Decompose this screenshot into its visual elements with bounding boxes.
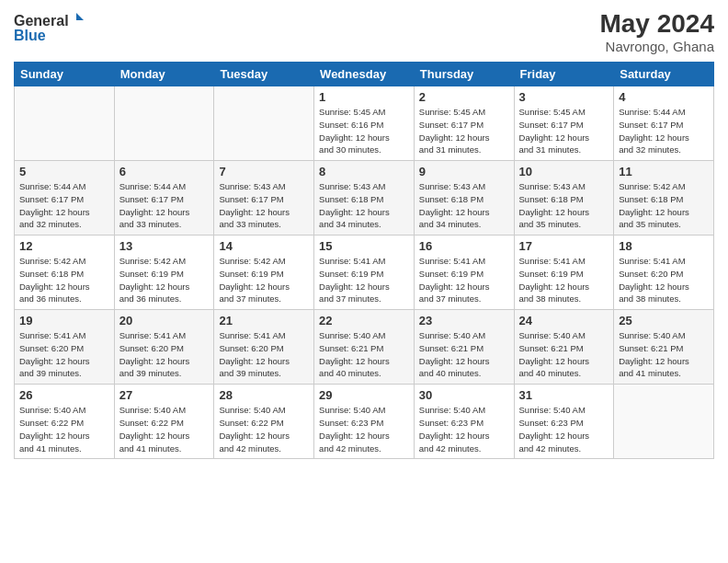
calendar-cell: 25Sunrise: 5:40 AM Sunset: 6:21 PM Dayli…	[614, 310, 714, 385]
calendar-cell: 1Sunrise: 5:45 AM Sunset: 6:16 PM Daylig…	[314, 86, 415, 161]
cell-info: Sunrise: 5:44 AM Sunset: 6:17 PM Dayligh…	[119, 180, 210, 231]
cell-info: Sunrise: 5:40 AM Sunset: 6:21 PM Dayligh…	[419, 329, 509, 380]
calendar-cell: 20Sunrise: 5:41 AM Sunset: 6:20 PM Dayli…	[114, 310, 214, 385]
calendar-cell: 27Sunrise: 5:40 AM Sunset: 6:22 PM Dayli…	[114, 385, 214, 459]
calendar-week-4: 26Sunrise: 5:40 AM Sunset: 6:22 PM Dayli…	[15, 385, 714, 459]
cell-info: Sunrise: 5:40 AM Sunset: 6:23 PM Dayligh…	[319, 404, 409, 454]
cell-info: Sunrise: 5:40 AM Sunset: 6:22 PM Dayligh…	[19, 404, 109, 454]
svg-text:Blue: Blue	[14, 28, 46, 43]
calendar-cell: 9Sunrise: 5:43 AM Sunset: 6:18 PM Daylig…	[414, 161, 514, 236]
calendar-cell	[614, 385, 714, 459]
calendar-cell: 26Sunrise: 5:40 AM Sunset: 6:22 PM Dayli…	[15, 385, 115, 459]
cell-info: Sunrise: 5:41 AM Sunset: 6:19 PM Dayligh…	[519, 255, 609, 305]
day-number: 7	[219, 165, 309, 178]
calendar-cell: 24Sunrise: 5:40 AM Sunset: 6:21 PM Dayli…	[514, 310, 614, 385]
day-number: 12	[19, 239, 109, 253]
day-number: 4	[619, 90, 709, 104]
calendar-cell: 7Sunrise: 5:43 AM Sunset: 6:17 PM Daylig…	[214, 161, 314, 236]
header-friday: Friday	[514, 63, 614, 86]
calendar-cell: 3Sunrise: 5:45 AM Sunset: 6:17 PM Daylig…	[514, 86, 614, 161]
day-number: 2	[419, 90, 509, 104]
calendar-cell	[15, 86, 115, 161]
calendar-cell: 5Sunrise: 5:44 AM Sunset: 6:17 PM Daylig…	[15, 161, 115, 236]
cell-info: Sunrise: 5:42 AM Sunset: 6:19 PM Dayligh…	[219, 255, 309, 305]
header-thursday: Thursday	[414, 63, 514, 86]
cell-info: Sunrise: 5:41 AM Sunset: 6:20 PM Dayligh…	[219, 329, 309, 380]
header-monday: Monday	[114, 63, 214, 86]
calendar-cell: 28Sunrise: 5:40 AM Sunset: 6:22 PM Dayli…	[214, 385, 314, 459]
day-number: 13	[119, 239, 210, 253]
header-wednesday: Wednesday	[314, 63, 415, 86]
cell-info: Sunrise: 5:41 AM Sunset: 6:19 PM Dayligh…	[319, 255, 409, 305]
header-sunday: Sunday	[15, 63, 115, 86]
cell-info: Sunrise: 5:41 AM Sunset: 6:20 PM Dayligh…	[119, 329, 210, 380]
day-number: 15	[319, 239, 409, 253]
calendar-week-0: 1Sunrise: 5:45 AM Sunset: 6:16 PM Daylig…	[15, 86, 714, 161]
calendar-cell: 6Sunrise: 5:44 AM Sunset: 6:17 PM Daylig…	[114, 161, 214, 236]
calendar-cell: 30Sunrise: 5:40 AM Sunset: 6:23 PM Dayli…	[414, 385, 514, 459]
cell-info: Sunrise: 5:42 AM Sunset: 6:19 PM Dayligh…	[119, 255, 210, 305]
calendar-cell: 21Sunrise: 5:41 AM Sunset: 6:20 PM Dayli…	[214, 310, 314, 385]
calendar-cell	[214, 86, 314, 161]
calendar-cell: 15Sunrise: 5:41 AM Sunset: 6:19 PM Dayli…	[314, 236, 415, 310]
logo: GeneralBlue	[14, 9, 87, 46]
calendar-cell: 12Sunrise: 5:42 AM Sunset: 6:18 PM Dayli…	[15, 236, 115, 310]
day-number: 28	[219, 388, 309, 402]
cell-info: Sunrise: 5:42 AM Sunset: 6:18 PM Dayligh…	[19, 255, 109, 305]
calendar-cell: 14Sunrise: 5:42 AM Sunset: 6:19 PM Dayli…	[214, 236, 314, 310]
day-number: 30	[419, 388, 509, 402]
day-number: 18	[619, 239, 709, 253]
cell-info: Sunrise: 5:41 AM Sunset: 6:19 PM Dayligh…	[419, 255, 509, 305]
cell-info: Sunrise: 5:40 AM Sunset: 6:22 PM Dayligh…	[219, 404, 309, 454]
day-number: 5	[19, 165, 109, 178]
calendar-cell: 31Sunrise: 5:40 AM Sunset: 6:23 PM Dayli…	[514, 385, 614, 459]
header-saturday: Saturday	[614, 63, 714, 86]
cell-info: Sunrise: 5:44 AM Sunset: 6:17 PM Dayligh…	[19, 180, 109, 231]
day-number: 20	[119, 314, 210, 327]
calendar-cell: 16Sunrise: 5:41 AM Sunset: 6:19 PM Dayli…	[414, 236, 514, 310]
svg-text:General: General	[14, 13, 69, 29]
day-number: 25	[619, 314, 709, 327]
calendar-cell: 29Sunrise: 5:40 AM Sunset: 6:23 PM Dayli…	[314, 385, 415, 459]
cell-info: Sunrise: 5:40 AM Sunset: 6:21 PM Dayligh…	[619, 329, 709, 380]
header-row: Sunday Monday Tuesday Wednesday Thursday…	[15, 63, 714, 86]
day-number: 21	[219, 314, 309, 327]
day-number: 8	[319, 165, 409, 178]
calendar-cell: 18Sunrise: 5:41 AM Sunset: 6:20 PM Dayli…	[614, 236, 714, 310]
day-number: 3	[519, 90, 609, 104]
calendar-cell: 19Sunrise: 5:41 AM Sunset: 6:20 PM Dayli…	[15, 310, 115, 385]
day-number: 22	[319, 314, 409, 327]
calendar-page: GeneralBlue May 2024 Navrongo, Ghana Sun…	[0, 0, 728, 563]
cell-info: Sunrise: 5:43 AM Sunset: 6:17 PM Dayligh…	[219, 180, 309, 231]
calendar-cell: 8Sunrise: 5:43 AM Sunset: 6:18 PM Daylig…	[314, 161, 415, 236]
calendar-table: Sunday Monday Tuesday Wednesday Thursday…	[14, 62, 714, 459]
day-number: 29	[319, 388, 409, 402]
day-number: 11	[619, 165, 709, 178]
cell-info: Sunrise: 5:45 AM Sunset: 6:16 PM Dayligh…	[319, 106, 409, 156]
calendar-week-2: 12Sunrise: 5:42 AM Sunset: 6:18 PM Dayli…	[15, 236, 714, 310]
calendar-cell: 17Sunrise: 5:41 AM Sunset: 6:19 PM Dayli…	[514, 236, 614, 310]
calendar-subtitle: Navrongo, Ghana	[599, 39, 714, 54]
cell-info: Sunrise: 5:41 AM Sunset: 6:20 PM Dayligh…	[619, 255, 709, 305]
calendar-cell: 13Sunrise: 5:42 AM Sunset: 6:19 PM Dayli…	[114, 236, 214, 310]
calendar-cell: 22Sunrise: 5:40 AM Sunset: 6:21 PM Dayli…	[314, 310, 415, 385]
cell-info: Sunrise: 5:40 AM Sunset: 6:22 PM Dayligh…	[119, 404, 210, 454]
day-number: 6	[119, 165, 210, 178]
cell-info: Sunrise: 5:44 AM Sunset: 6:17 PM Dayligh…	[619, 106, 709, 156]
day-number: 14	[219, 239, 309, 253]
day-number: 24	[519, 314, 609, 327]
day-number: 16	[419, 239, 509, 253]
day-number: 9	[419, 165, 509, 178]
cell-info: Sunrise: 5:43 AM Sunset: 6:18 PM Dayligh…	[319, 180, 409, 231]
cell-info: Sunrise: 5:40 AM Sunset: 6:21 PM Dayligh…	[319, 329, 409, 380]
cell-info: Sunrise: 5:42 AM Sunset: 6:18 PM Dayligh…	[619, 180, 709, 231]
cell-info: Sunrise: 5:40 AM Sunset: 6:23 PM Dayligh…	[419, 404, 509, 454]
logo-svg: GeneralBlue	[14, 9, 87, 46]
calendar-cell	[114, 86, 214, 161]
day-number: 27	[119, 388, 210, 402]
title-block: May 2024 Navrongo, Ghana	[599, 9, 714, 54]
day-number: 19	[19, 314, 109, 327]
calendar-cell: 10Sunrise: 5:43 AM Sunset: 6:18 PM Dayli…	[514, 161, 614, 236]
calendar-cell: 4Sunrise: 5:44 AM Sunset: 6:17 PM Daylig…	[614, 86, 714, 161]
cell-info: Sunrise: 5:43 AM Sunset: 6:18 PM Dayligh…	[419, 180, 509, 231]
